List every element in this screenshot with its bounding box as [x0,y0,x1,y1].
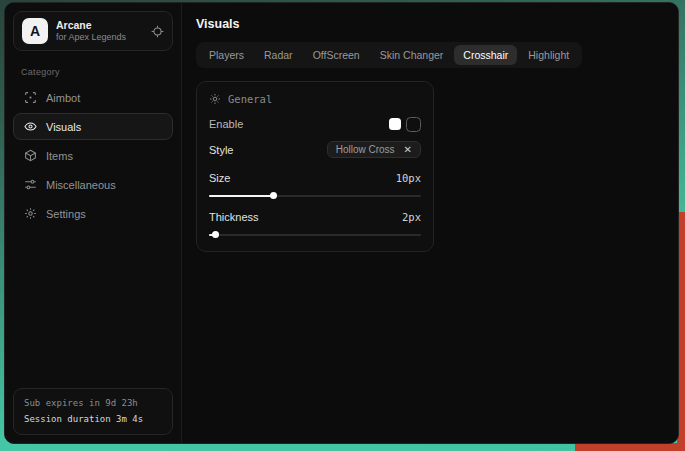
tab-radar[interactable]: Radar [255,45,302,65]
enable-label: Enable [209,118,243,130]
app-window: A Arcane for Apex Legends Category [4,2,679,444]
crosshair-icon[interactable] [151,25,164,38]
app-subtitle: for Apex Legends [56,32,143,44]
profile-card: A Arcane for Apex Legends [13,11,173,51]
sidebar-nav: Aimbot Visuals Items [13,84,173,227]
size-row: Size 10px [209,170,421,186]
sub-expiry-text: Sub expires in 9d 23h [24,396,162,411]
page-title: Visuals [196,17,664,31]
aimbot-crosshair-icon [24,91,37,104]
items-box-icon [24,149,37,162]
clear-style-icon[interactable]: ✕ [404,145,412,155]
thickness-row: Thickness 2px [209,209,421,225]
visuals-eye-icon [24,120,37,133]
main-content: Visuals Players Radar OffScreen Skin Cha… [182,3,678,443]
sidebar-item-visuals[interactable]: Visuals [13,113,173,140]
app-title: Arcane [56,19,143,32]
enable-checkbox[interactable] [389,118,401,130]
settings-gear-icon [24,207,37,220]
tab-skin-changer[interactable]: Skin Changer [371,45,453,65]
tab-offscreen[interactable]: OffScreen [304,45,369,65]
subscription-card: Sub expires in 9d 23h Session duration 3… [13,388,173,435]
tab-players[interactable]: Players [200,45,253,65]
sidebar-item-aimbot[interactable]: Aimbot [13,84,173,111]
sidebar-item-settings[interactable]: Settings [13,200,173,227]
app-logo: A [22,18,48,44]
sidebar-item-label: Settings [46,208,86,220]
enable-keybind-box[interactable] [406,117,421,132]
general-panel: General Enable Style Hollow Cross ✕ [196,81,434,252]
tab-crosshair[interactable]: Crosshair [454,45,517,65]
sidebar-item-miscellaneous[interactable]: Miscellaneous [13,171,173,198]
tab-highlight[interactable]: Highlight [519,45,578,65]
panel-header: General [209,93,421,105]
size-value: 10px [396,172,421,184]
profile-text: Arcane for Apex Legends [56,19,143,44]
style-label: Style [209,144,233,156]
thickness-slider[interactable] [209,231,421,238]
style-row: Style Hollow Cross ✕ [209,141,421,158]
category-label: Category [21,67,165,77]
misc-sliders-icon [24,178,37,191]
sidebar: A Arcane for Apex Legends Category [5,3,182,443]
enable-controls [389,117,421,132]
size-slider-fill [209,195,273,198]
sidebar-item-items[interactable]: Items [13,142,173,169]
size-slider[interactable] [209,192,421,199]
desktop-background-red-corner [575,443,685,451]
thickness-label: Thickness [209,211,259,223]
size-label: Size [209,172,230,184]
style-dropdown[interactable]: Hollow Cross ✕ [327,141,421,158]
sidebar-spacer [13,227,173,388]
style-value: Hollow Cross [336,144,395,155]
enable-row: Enable [209,116,421,132]
thickness-value: 2px [402,211,421,223]
sidebar-item-label: Items [46,150,73,162]
sidebar-item-label: Miscellaneous [46,179,116,191]
thickness-slider-thumb[interactable] [212,231,219,238]
visuals-tabbar: Players Radar OffScreen Skin Changer Cro… [196,42,582,68]
general-sun-icon [209,93,221,105]
sidebar-item-label: Visuals [46,121,81,133]
sidebar-item-label: Aimbot [46,92,80,104]
session-duration-text: Session duration 3m 4s [24,412,162,427]
size-slider-thumb[interactable] [270,192,277,199]
thickness-slider-track [209,234,421,237]
panel-title: General [228,93,272,105]
